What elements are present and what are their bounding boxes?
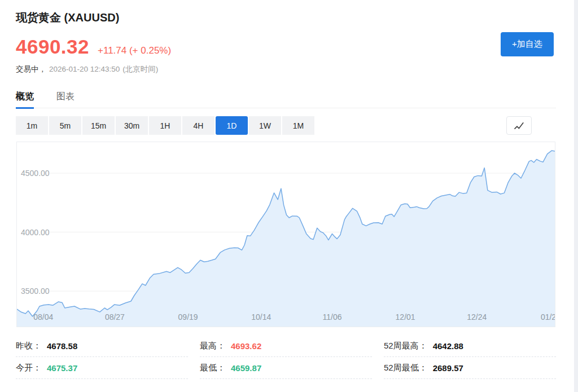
- stats-panel: 昨收： 4678.58 今开： 4675.37 最高： 4693.62 最低： …: [16, 335, 556, 379]
- stat-value: 4659.87: [231, 363, 261, 373]
- trading-status: 交易中， 2026-01-20 12:43:50 (北京时间): [16, 64, 578, 74]
- x-axis-label: 12/01: [396, 312, 415, 321]
- stat-value: 4675.37: [47, 363, 77, 373]
- stat-day-low: 最低： 4659.87: [200, 357, 372, 379]
- x-axis-label: 12/24: [467, 312, 487, 321]
- stat-day-high: 最高： 4693.62: [200, 335, 372, 357]
- x-axis-label: 10/14: [251, 312, 271, 321]
- timeframe-selector: 1m 5m 15m 30m 1H 4H 1D 1W 1M: [16, 116, 556, 135]
- x-axis-label: 01/20: [541, 312, 555, 321]
- x-axis-label: 08/27: [105, 312, 125, 321]
- x-axis-label: 08/04: [33, 312, 53, 321]
- stat-label: 今开：: [16, 363, 41, 373]
- stat-label: 昨收：: [16, 341, 41, 351]
- stat-label: 52周最低：: [384, 363, 427, 373]
- stat-value: 4678.58: [47, 341, 77, 351]
- y-axis-label: 4000.00: [21, 228, 50, 237]
- y-axis-label: 4500.00: [21, 169, 50, 178]
- x-axis-label: 09/19: [178, 312, 198, 321]
- tab-chart[interactable]: 图表: [56, 91, 75, 108]
- trend-line-icon: [513, 121, 526, 130]
- timeframe-4h[interactable]: 4H: [182, 116, 214, 135]
- tab-bar: 概览 图表: [16, 91, 556, 108]
- stats-column-1: 昨收： 4678.58 今开： 4675.37: [16, 335, 188, 379]
- stat-value: 4693.62: [231, 341, 261, 351]
- chart-type-button[interactable]: [506, 116, 532, 135]
- price-change: +11.74 (+ 0.25%): [98, 45, 171, 56]
- current-price: 4690.32: [16, 37, 89, 56]
- stat-value: 2689.57: [433, 363, 463, 373]
- stat-label: 最低：: [200, 363, 225, 373]
- timeframe-30m[interactable]: 30m: [116, 116, 148, 135]
- stats-column-2: 最高： 4693.62 最低： 4659.87: [200, 335, 372, 379]
- timeframe-1w[interactable]: 1W: [249, 116, 281, 135]
- quote-page: 现货黄金 (XAUUSD) 4690.32 +11.74 (+ 0.25%) 交…: [0, 0, 578, 379]
- stat-label: 52周最高：: [384, 341, 427, 351]
- chart-toolbar: 1m 5m 15m 30m 1H 4H 1D 1W 1M: [16, 116, 556, 135]
- stat-52w-high: 52周最高： 4642.88: [384, 335, 556, 357]
- page-title: 现货黄金 (XAUUSD): [16, 0, 578, 24]
- timeframe-5m[interactable]: 5m: [49, 116, 81, 135]
- stats-column-3: 52周最高： 4642.88 52周最低： 2689.57: [384, 335, 556, 379]
- y-axis-label: 3500.00: [21, 287, 50, 296]
- status-timezone: (北京时间): [122, 64, 158, 74]
- stat-prev-close: 昨收： 4678.58: [16, 335, 188, 357]
- tab-overview[interactable]: 概览: [16, 91, 34, 109]
- stat-value: 4642.88: [433, 341, 463, 351]
- status-timestamp: 2026-01-20 12:43:50: [49, 64, 120, 74]
- price-block: 4690.32 +11.74 (+ 0.25%): [16, 37, 578, 56]
- price-chart[interactable]: 4500.004000.003500.0008/0408/2709/1910/1…: [16, 142, 555, 327]
- timeframe-1m[interactable]: 1m: [16, 116, 48, 135]
- timeframe-1h[interactable]: 1H: [149, 116, 181, 135]
- stat-52w-low: 52周最低： 2689.57: [384, 357, 556, 379]
- timeframe-1m-month[interactable]: 1M: [282, 116, 314, 135]
- x-axis-label: 11/06: [323, 312, 342, 321]
- timeframe-15m[interactable]: 15m: [82, 116, 115, 135]
- stat-open: 今开： 4675.37: [16, 357, 188, 379]
- status-label: 交易中，: [16, 64, 46, 74]
- stat-label: 最高：: [200, 341, 225, 351]
- timeframe-1d[interactable]: 1D: [216, 116, 248, 135]
- add-to-watchlist-button[interactable]: +加自选: [501, 32, 554, 56]
